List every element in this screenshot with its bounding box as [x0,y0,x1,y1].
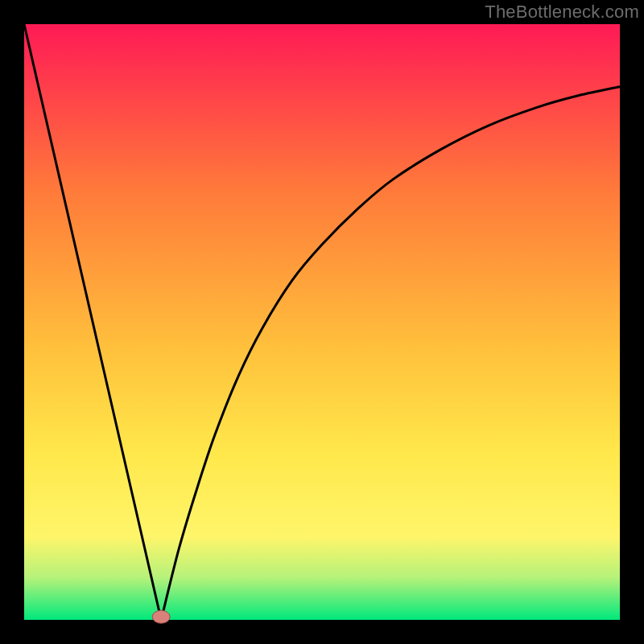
minimum-marker [152,610,170,623]
bottleneck-chart [0,0,644,644]
chart-frame: TheBottleneck.com [0,0,644,644]
plot-background [24,24,620,620]
attribution-text: TheBottleneck.com [485,2,639,23]
